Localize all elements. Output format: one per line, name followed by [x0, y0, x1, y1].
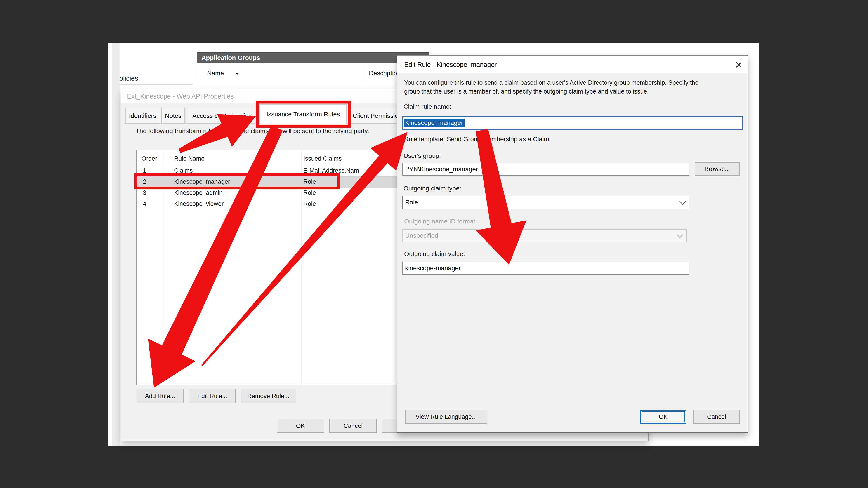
tab-label: Identifiers	[129, 112, 156, 120]
button-label: OK	[296, 422, 305, 429]
tab-access-control-policy[interactable]: Access control policy	[187, 107, 257, 124]
outgoing-name-id-format-label: Outgoing name ID format:	[404, 218, 477, 225]
outgoing-name-id-format-select: Unspecified	[402, 229, 687, 242]
button-label: Add Rule...	[145, 393, 175, 400]
users-group-input[interactable]: PYN\Kinescope_manager	[402, 163, 689, 176]
button-label: Cancel	[707, 414, 726, 420]
add-rule-button[interactable]: Add Rule...	[136, 389, 184, 403]
description-line: You can configure this rule to send a cl…	[404, 78, 743, 87]
description-column-header[interactable]: Description	[369, 70, 401, 77]
app-groups-title: Application Groups	[202, 54, 260, 61]
app-groups-header-bar: Application Groups	[197, 53, 430, 63]
edit-rule-dialog-title: Edit Rule - Kinescope_manager	[404, 61, 497, 68]
properties-dialog-title: Ext_Kinescope - Web API Properties	[127, 93, 234, 100]
properties-cancel-button[interactable]: Cancel	[329, 419, 377, 433]
tree-item-policies[interactable]: olicies	[119, 74, 138, 82]
selected-option: Role	[405, 199, 418, 206]
rules-table: Order Rule Name Issued Claims 1 Claims E…	[136, 150, 428, 385]
selected-text: Kinescope_manager	[404, 119, 465, 127]
row-issued-claims: Role	[303, 178, 316, 185]
selected-option: Unspecified	[405, 232, 438, 239]
row-order: 3	[143, 189, 146, 196]
screenshot-stage: olicies Application Groups Name ▼ Descri…	[0, 0, 868, 488]
view-rule-language-button[interactable]: View Rule Language...	[405, 410, 487, 424]
button-label: OK	[659, 414, 668, 420]
console-left-gutter	[112, 43, 120, 446]
button-label: Browse...	[705, 166, 730, 173]
chevron-down-icon	[677, 232, 683, 238]
edit-rule-title-bar[interactable]: Edit Rule - Kinescope_manager	[397, 56, 748, 73]
row-rule-name: Kinescope_viewer	[174, 200, 223, 207]
list-header-row: Name ▼ Description	[197, 63, 430, 85]
tab-label: Issuance Transform Rules	[266, 111, 340, 118]
transform-rules-description: The following transform rules specify th…	[135, 127, 369, 135]
field-value: PYN\Kinescope_manager	[405, 166, 478, 173]
claim-rule-name-input[interactable]: Kinescope_manager	[402, 116, 743, 130]
field-value: kinescope-manager	[405, 265, 461, 272]
outgoing-claim-type-label: Outgoing claim type:	[403, 185, 461, 192]
button-label: Remove Rule...	[247, 393, 289, 400]
users-group-label: User's group:	[403, 152, 441, 160]
row-issued-claims: Role	[303, 200, 316, 207]
chevron-down-icon	[680, 198, 686, 205]
properties-ok-button[interactable]: OK	[277, 419, 324, 433]
row-order: 1	[143, 167, 146, 174]
row-order: 4	[143, 200, 146, 207]
edit-rule-cancel-button[interactable]: Cancel	[693, 410, 740, 424]
tab-label: Notes	[165, 112, 181, 120]
tab-notes[interactable]: Notes	[161, 107, 185, 124]
close-icon: ×	[735, 59, 742, 71]
col-header-issued-claims[interactable]: Issued Claims	[303, 155, 342, 162]
edit-rule-description: You can configure this rule to send a cl…	[404, 78, 743, 96]
outgoing-claim-value-label: Outgoing claim value:	[404, 250, 465, 258]
remove-rule-button[interactable]: Remove Rule...	[241, 389, 296, 403]
button-label: Edit Rule...	[197, 393, 227, 400]
sort-descending-icon[interactable]: ▼	[235, 71, 239, 76]
claim-rule-name-label: Claim rule name:	[403, 103, 452, 110]
row-rule-name: Kinescope_manager	[174, 178, 230, 185]
outgoing-claim-type-select[interactable]: Role	[402, 196, 689, 209]
edit-rule-ok-button[interactable]: OK	[640, 410, 686, 424]
col-header-order[interactable]: Order	[142, 155, 157, 162]
row-order: 2	[143, 178, 146, 185]
col-header-rule-name[interactable]: Rule Name	[174, 155, 205, 162]
rule-template-text: Rule template: Send Group Membership as …	[404, 135, 549, 143]
tab-label: Access control policy	[192, 112, 251, 120]
description-line: group that the user is a member of, and …	[404, 87, 743, 96]
tab-identifiers[interactable]: Identifiers	[125, 107, 160, 124]
row-issued-claims: Role	[303, 189, 316, 196]
pane-divider	[193, 43, 193, 89]
edit-rule-dialog: Edit Rule - Kinescope_manager × You can …	[397, 55, 748, 433]
name-column-header[interactable]: Name	[207, 70, 224, 77]
row-rule-name: Kinescope_admin	[174, 189, 223, 196]
browse-button[interactable]: Browse...	[695, 162, 740, 176]
tab-issuance-transform-rules[interactable]: Issuance Transform Rules	[259, 104, 347, 124]
button-label: View Rule Language...	[415, 414, 477, 420]
edit-rule-button[interactable]: Edit Rule...	[189, 389, 236, 403]
column-separator	[364, 65, 364, 83]
row-rule-name: Claims	[174, 167, 193, 174]
outgoing-claim-value-input[interactable]: kinescope-manager	[402, 262, 689, 275]
button-label: Cancel	[344, 422, 363, 429]
tree-divider	[119, 85, 193, 85]
close-button[interactable]: ×	[732, 58, 746, 72]
row-issued-claims: E-Mail Address,Nam	[303, 167, 359, 174]
